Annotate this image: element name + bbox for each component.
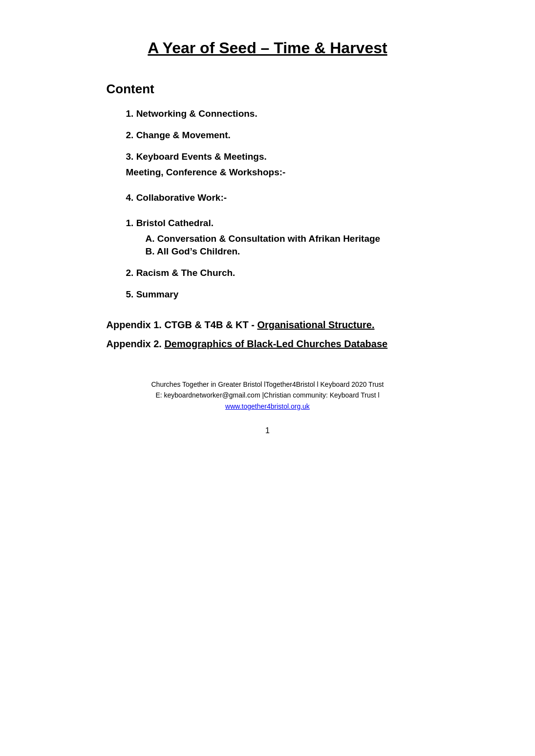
footer-line2: E: keyboardnetworker@gmail.com |Christia…: [107, 390, 429, 400]
item-number: 2.: [126, 130, 136, 140]
item-label: Networking & Connections.: [136, 108, 257, 119]
sub-item-b: B. All God’s Children.: [146, 246, 429, 257]
item-number: 4.: [126, 192, 136, 203]
list-item: 3. Keyboard Events & Meetings. Meeting, …: [126, 151, 429, 178]
footer: Churches Together in Greater Bristol lTo…: [107, 379, 429, 412]
list-item: 2. Change & Movement.: [126, 130, 429, 141]
appendix2-underlined: Demographics of Black-Led Churches Datab…: [164, 338, 387, 349]
item-label: Collaborative Work:-: [136, 192, 227, 203]
list-item: 4. Collaborative Work:-: [126, 192, 429, 203]
page-number: 1: [107, 426, 429, 435]
list-item: 1. Networking & Connections.: [126, 108, 429, 119]
item-number: 2.: [126, 268, 136, 278]
appendix1-line: Appendix 1. CTGB & T4B & KT - Organisati…: [107, 319, 429, 331]
appendix2-prefix: Appendix 2.: [107, 338, 165, 349]
footer-link[interactable]: www.together4bristol.org.uk: [225, 402, 310, 410]
item-label: Keyboard Events & Meetings.: [136, 151, 267, 162]
page-title: A Year of Seed – Time & Harvest: [107, 39, 429, 57]
item-number: 5.: [126, 289, 136, 299]
footer-line1: Churches Together in Greater Bristol lTo…: [107, 379, 429, 390]
item-label: Change & Movement.: [136, 130, 231, 140]
sub-items: A. Conversation & Consultation with Afri…: [146, 233, 429, 257]
appendix1-underlined: Organisational Structure.: [257, 319, 374, 330]
meeting-sub: Meeting, Conference & Workshops:-: [126, 167, 429, 178]
list-item: 2. Racism & The Church.: [126, 268, 429, 278]
appendix2-line: Appendix 2. Demographics of Black-Led Ch…: [107, 338, 429, 350]
item-label: Bristol Cathedral.: [136, 218, 214, 228]
appendix-section: Appendix 1. CTGB & T4B & KT - Organisati…: [107, 319, 429, 350]
page-container: A Year of Seed – Time & Harvest Content …: [67, 0, 468, 756]
list-item: 1. Bristol Cathedral. A. Conversation & …: [126, 218, 429, 257]
sub-item-a: A. Conversation & Consultation with Afri…: [146, 233, 429, 244]
item-label: Summary: [136, 289, 179, 299]
appendix1-prefix: Appendix 1. CTGB & T4B & KT -: [107, 319, 257, 330]
item-number: 1.: [126, 218, 136, 228]
content-heading: Content: [107, 82, 429, 97]
list-item: 5. Summary: [126, 289, 429, 300]
item-label: Racism & The Church.: [136, 268, 235, 278]
meeting-sub-text: Meeting, Conference & Workshops:-: [126, 167, 429, 178]
item-number: 1.: [126, 108, 136, 119]
item-number: 3.: [126, 151, 136, 162]
content-list: 1. Networking & Connections. 2. Change &…: [126, 108, 429, 300]
